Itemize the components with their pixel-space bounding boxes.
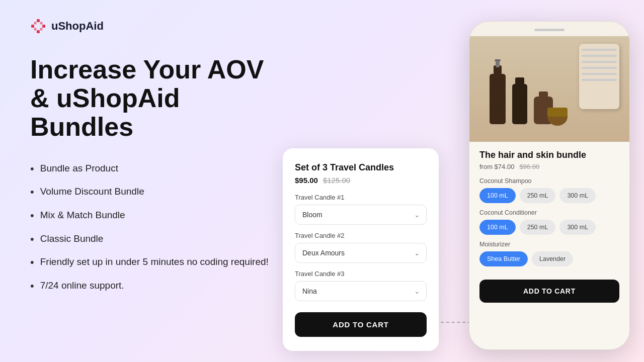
svg-rect-6 <box>34 28 37 31</box>
shampoo-label: Coconut Shampoo <box>479 177 619 185</box>
candles-price-current: $95.00 <box>295 176 318 185</box>
candle3-select[interactable]: Nina Bloom Deux Amours Jasmine <box>295 281 427 301</box>
feature-item: Volume Discount Bundle <box>30 185 272 200</box>
headline-line2: & uShopAid Bundles <box>30 83 180 141</box>
svg-rect-13 <box>515 77 524 86</box>
moisturizer-section: Moisturizer Shea Butter Lavender <box>479 241 619 266</box>
moisturizer-label: Moisturizer <box>479 241 619 248</box>
dashed-connector <box>441 322 471 323</box>
svg-rect-15 <box>539 92 548 99</box>
headline-line1: Increase Your AOV <box>30 55 264 84</box>
svg-rect-8 <box>490 74 506 124</box>
conditioner-option-250ml[interactable]: 250 mL <box>520 220 556 235</box>
feature-item: Mix & Match Bundle <box>30 209 272 223</box>
moisturizer-option-lavender[interactable]: Lavender <box>532 251 573 266</box>
candle1-label: Travel Candle #1 <box>295 194 427 201</box>
candles-card-title: Set of 3 Travel Candles <box>295 162 427 173</box>
features-list: Bundle as Product Volume Discount Bundle… <box>30 162 272 294</box>
logo: uShopAid <box>30 18 104 34</box>
svg-rect-4 <box>34 22 37 25</box>
product-image <box>469 36 629 142</box>
svg-rect-10 <box>496 60 500 67</box>
shampoo-section: Coconut Shampoo 100 mL 250 mL 300 mL <box>479 177 619 203</box>
candle2-select-wrapper: Deux Amours Bloom Nina Jasmine ⌄ <box>295 243 427 263</box>
shampoo-options: 100 mL 250 mL 300 mL <box>479 188 619 203</box>
feature-item: 7/24 online support. <box>30 279 272 294</box>
feature-item: Bundle as Product <box>30 162 272 176</box>
candles-price-row: $95.00 $125.00 <box>295 176 427 185</box>
logo-icon <box>30 18 46 34</box>
bottles-illustration <box>479 56 570 142</box>
svg-rect-2 <box>42 25 45 28</box>
phone-product-title: The hair and skin bundle <box>479 150 619 160</box>
conditioner-option-100ml[interactable]: 100 mL <box>479 220 516 235</box>
moisturizer-options: Shea Butter Lavender <box>479 251 619 266</box>
towel-visual <box>579 44 619 109</box>
feature-item: Friendly set up in under 5 minutes no co… <box>30 255 272 270</box>
svg-rect-11 <box>495 59 501 61</box>
phone-notch <box>534 29 565 31</box>
headline: Increase Your AOV & uShopAid Bundles <box>30 55 272 142</box>
candles-add-to-cart-button[interactable]: ADD TO CART <box>295 312 427 337</box>
conditioner-options: 100 mL 250 mL 300 mL <box>479 220 619 235</box>
candle2-label: Travel Candle #2 <box>295 232 427 239</box>
svg-rect-1 <box>31 25 34 28</box>
svg-rect-5 <box>40 22 43 25</box>
svg-rect-0 <box>37 19 40 22</box>
feature-item: Classic Bundle <box>30 232 272 247</box>
moisturizer-option-shea[interactable]: Shea Butter <box>479 251 528 266</box>
shampoo-option-100ml[interactable]: 100 mL <box>479 188 516 203</box>
left-content: Increase Your AOV & uShopAid Bundles Bun… <box>30 55 272 294</box>
phone-body: The hair and skin bundle from $74.00 $96… <box>469 142 629 350</box>
phone-price-row: from $74.00 $96.00 <box>479 163 619 170</box>
phone-price-from: from $74.00 <box>479 163 514 170</box>
candle3-label: Travel Candle #3 <box>295 270 427 278</box>
shampoo-option-250ml[interactable]: 250 mL <box>520 188 556 203</box>
svg-rect-17 <box>547 108 568 117</box>
candles-price-original: $125.00 <box>323 176 350 185</box>
candles-card: Set of 3 Travel Candles $95.00 $125.00 T… <box>283 148 439 351</box>
candle2-select[interactable]: Deux Amours Bloom Nina Jasmine <box>295 243 427 263</box>
shampoo-option-300ml[interactable]: 300 mL <box>559 188 596 203</box>
candle1-select[interactable]: Bloom Deux Amours Nina Jasmine <box>295 205 427 225</box>
conditioner-option-300ml[interactable]: 300 mL <box>559 220 596 235</box>
skin-bundle-add-to-cart-button[interactable]: ADD TO CART <box>479 280 619 303</box>
phone-mockup: The hair and skin bundle from $74.00 $96… <box>469 21 630 350</box>
svg-rect-7 <box>40 28 43 31</box>
svg-rect-12 <box>512 84 527 124</box>
candle3-select-wrapper: Nina Bloom Deux Amours Jasmine ⌄ <box>295 281 427 301</box>
svg-rect-3 <box>37 30 40 33</box>
conditioner-label: Coconut Conditioner <box>479 209 619 216</box>
conditioner-section: Coconut Conditioner 100 mL 250 mL 300 mL <box>479 209 619 235</box>
logo-text: uShopAid <box>51 20 104 33</box>
candle1-select-wrapper: Bloom Deux Amours Nina Jasmine ⌄ <box>295 205 427 225</box>
phone-price-original: $96.00 <box>519 163 539 170</box>
